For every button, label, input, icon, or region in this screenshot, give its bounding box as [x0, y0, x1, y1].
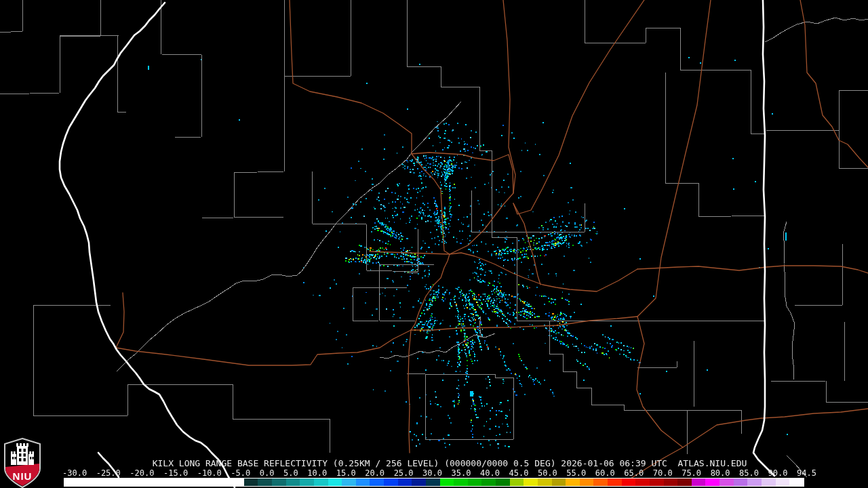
map-line	[665, 73, 765, 217]
colorbar-tick-label: 90.0	[768, 468, 788, 478]
map-line	[425, 374, 513, 439]
colorbar-tick-label: 25.0	[394, 468, 414, 478]
colorbar-segment	[538, 479, 552, 486]
colorbar-segment	[356, 479, 370, 486]
colorbar-segment	[370, 479, 384, 486]
radar-display: KILX LONG RANGE BASE REFLECTIVITY (0.25K…	[0, 0, 868, 488]
map-line	[517, 237, 764, 321]
colorbar-tick-label: 15.0	[336, 468, 356, 478]
colorbar-segment	[622, 479, 636, 486]
map-line	[60, 3, 235, 487]
colorbar-tick-label: 70.0	[653, 468, 673, 478]
colorbar-tick-label: 5.0	[283, 468, 298, 478]
map-line	[826, 381, 868, 402]
colorbar-tick-label: -20.0	[130, 468, 154, 478]
colorbar-segment	[635, 479, 650, 486]
map-line	[379, 321, 415, 321]
colorbar-segment	[286, 479, 300, 486]
map-line	[479, 317, 481, 338]
rivers-layer	[117, 18, 868, 477]
map-line	[513, 203, 540, 285]
colorbar-tick-label: 85.0	[739, 468, 759, 478]
colorbar	[64, 478, 804, 487]
map-line	[161, 0, 201, 138]
map-line	[408, 330, 411, 453]
map-line	[637, 266, 868, 273]
niu-logo-text: NIU	[13, 470, 33, 482]
colorbar-segment	[762, 479, 776, 486]
colorbar-segment	[747, 479, 762, 486]
colorbar-segment	[510, 479, 524, 486]
colorbar-tick-label: -10.0	[197, 468, 222, 478]
colorbar-segment	[789, 479, 804, 486]
map-line	[637, 361, 677, 367]
product-title: KILX LONG RANGE BASE REFLECTIVITY (0.25K…	[16, 458, 868, 468]
colorbar-tick-label: 50.0	[538, 468, 557, 478]
niu-logo: NIU	[3, 438, 42, 488]
map-line	[407, 0, 517, 237]
state-borders-layer	[60, 0, 774, 487]
colorbar-segment	[552, 479, 566, 486]
map-line	[370, 251, 450, 254]
map-line	[411, 254, 450, 330]
colorbar-tick-label: 80.0	[711, 468, 730, 478]
colorbar-segment	[677, 479, 692, 486]
colorbar-tick-label: -5.0	[231, 468, 250, 478]
colorbar-tick-label: 75.0	[682, 468, 701, 478]
map-line	[513, 0, 644, 214]
colorbar-tick-label: 10.0	[307, 468, 327, 478]
map-line	[766, 90, 868, 130]
map-line	[765, 18, 868, 42]
colorbar-segment	[734, 479, 748, 486]
map-line	[412, 154, 450, 254]
colorbar-segment	[496, 479, 510, 486]
colorbar-segment	[580, 479, 594, 486]
colorbar-segment	[314, 479, 328, 486]
map-line	[450, 253, 637, 291]
map-line	[234, 217, 284, 218]
colorbar-tick-label: 60.0	[595, 468, 615, 478]
colorbar-segment	[664, 479, 678, 486]
colorbar-segment	[412, 479, 426, 486]
map-line	[753, 0, 774, 476]
map-line	[202, 172, 258, 218]
colorbar-segment	[650, 479, 664, 486]
colorbar-tick-label: -25.0	[96, 468, 121, 478]
map-line	[407, 373, 425, 374]
colorbar-segment	[258, 479, 272, 486]
colorbar-tick-label: 0.0	[260, 468, 275, 478]
colorbar-segment	[481, 479, 496, 486]
map-line	[800, 0, 868, 167]
colorbar-tick-label: 40.0	[480, 468, 500, 478]
colorbar-tick-label: 55.0	[566, 468, 586, 478]
colorbar-segment	[468, 479, 482, 486]
map-line	[0, 0, 22, 33]
colorbar-segment	[454, 479, 468, 486]
colorbar-segment	[272, 479, 286, 486]
map-line	[116, 330, 411, 365]
map-line	[637, 0, 711, 317]
colorbar-tick-label: 30.0	[422, 468, 442, 478]
colorbar-segment-white	[64, 479, 244, 486]
map-line	[353, 264, 434, 321]
colorbar-segment	[328, 479, 342, 486]
map-line	[284, 0, 351, 76]
map-line	[33, 305, 127, 415]
map-line	[450, 0, 515, 254]
colorbar-tick-label: -30.0	[62, 468, 87, 478]
colorbar-segment	[342, 479, 356, 486]
colorbar-segment	[593, 479, 608, 486]
colorbar-segment	[719, 479, 734, 486]
map-line	[312, 171, 366, 224]
colorbar-tick-label: 65.0	[624, 468, 644, 478]
colorbar-segment	[776, 479, 790, 486]
colorbar-segment	[398, 479, 412, 486]
colorbar-segment	[440, 479, 454, 486]
colorbar-segment	[524, 479, 538, 486]
map-line	[258, 0, 284, 172]
colorbar-tick-label: -15.0	[163, 468, 188, 478]
radar-map-svg	[0, 0, 868, 488]
colorbar-segment	[692, 479, 706, 486]
map-line	[795, 244, 842, 305]
colorbar-segment	[426, 479, 440, 486]
